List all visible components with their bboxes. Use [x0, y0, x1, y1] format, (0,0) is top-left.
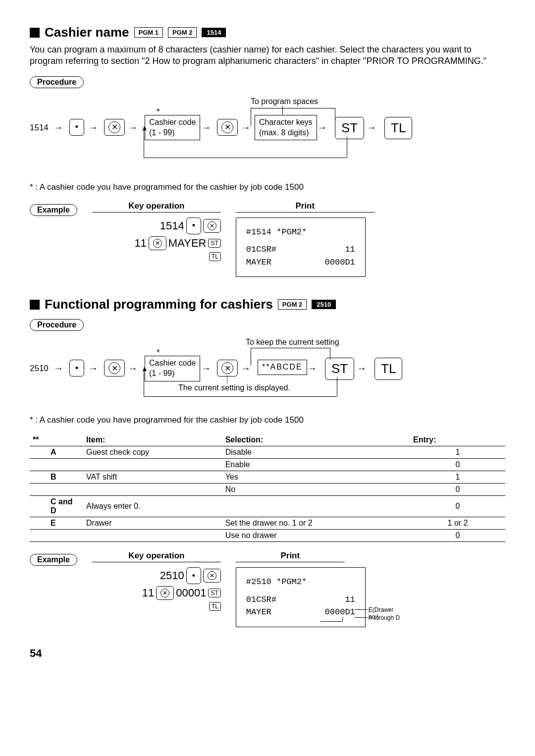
cashier-code2-l2: (1 - 99)	[149, 369, 196, 379]
current-setting-note: The current setting is displayed.	[178, 383, 290, 392]
keyop2-line3: TL	[92, 602, 221, 611]
example-label-2: Example	[30, 554, 77, 566]
arrow-icon: →	[201, 363, 211, 374]
keyop1-line2: 11 ✕ MAYER ST	[92, 236, 221, 250]
st-key-small: ST	[208, 239, 220, 248]
arrow-icon: →	[128, 122, 138, 133]
keyop1-name: MAYER	[168, 237, 207, 250]
print2-l2a: 01CSR#	[246, 594, 276, 606]
keyop2-line2: 11 ✕ 00001 ST	[92, 586, 221, 600]
th-item: Item:	[83, 434, 222, 446]
section2-footnote: * : A cashier code you have programmed f…	[30, 415, 505, 425]
arrow-icon: →	[88, 363, 98, 374]
multiply-key-icon: ✕	[203, 219, 221, 233]
multiply-key-icon: ✕	[104, 119, 125, 136]
dot-key-icon: •	[186, 567, 201, 584]
badge-pgm2-b: PGM 2	[278, 299, 307, 310]
keyop2-num2: 11	[142, 587, 154, 599]
dot-key-icon: •	[69, 119, 84, 136]
tl-key-small: TL	[209, 252, 221, 261]
multiply-key-icon: ✕	[156, 586, 174, 600]
print2-l3a: MAYER	[246, 606, 271, 619]
section1-footnote: * : A cashier code you have programmed f…	[30, 182, 505, 192]
keyop1-num2: 11	[134, 237, 146, 250]
filled-square-icon	[30, 28, 40, 38]
th-entry: Entry:	[410, 434, 505, 446]
arrow-icon: →	[241, 122, 251, 133]
arrow-icon: →	[128, 363, 138, 374]
annotation-ad: A through D	[369, 614, 400, 621]
print1-l1: #1514 *PGM2*	[246, 226, 355, 239]
table-row: EDrawerSet the drawer no. 1 or 21 or 2	[30, 517, 505, 530]
badge-1514: 1514	[202, 28, 226, 37]
print2-l2b: 11	[345, 594, 355, 606]
arrow-icon: →	[54, 363, 63, 374]
keyop-head-1: Key operation	[92, 201, 221, 213]
print1-l3a: MAYER	[246, 256, 271, 269]
table-row: No0	[30, 484, 505, 496]
section1-title: Cashier name PGM 1 PGM 2 1514	[30, 25, 505, 40]
table-row: Use no drawer0	[30, 530, 505, 542]
tl-key: TL	[384, 117, 412, 139]
section2-title-text: Functional programming for cashiers	[45, 297, 273, 312]
print1-l2b: 11	[345, 243, 355, 256]
print-head-2: Print	[236, 551, 345, 562]
st-key: ST	[335, 117, 364, 139]
print-head-1: Print	[236, 201, 374, 213]
multiply-key-icon: ✕	[104, 360, 125, 377]
arrow-icon: →	[357, 363, 367, 374]
multiply-key-icon: ✕	[217, 360, 238, 377]
diag1-code: 1514	[30, 123, 49, 133]
print2-l1: #2510 *PGM2*	[246, 576, 355, 589]
keyop-head-2: Key operation	[92, 551, 221, 562]
arrow-icon: →	[317, 122, 327, 133]
print1-l3b: 0000D1	[325, 256, 355, 269]
dot-key-icon: •	[186, 217, 201, 234]
keep-setting-note: To keep the current setting	[246, 338, 339, 347]
badge-pgm2: PGM 2	[168, 27, 197, 38]
arrow-icon: →	[307, 363, 317, 374]
arrow-icon: →	[241, 363, 251, 374]
keyop2-line1: 2510 • ✕	[92, 567, 221, 584]
th-star: **	[30, 434, 48, 446]
program-spaces-note: To program spaces	[251, 97, 318, 106]
keyop1-line1: 1514 • ✕	[92, 217, 221, 234]
keyop2-num1: 2510	[160, 569, 184, 582]
cashier-code-l1: Cashier code	[149, 117, 196, 128]
cashier-code2-l1: Cashier code	[149, 358, 196, 369]
cashier-code-box-2: Cashier code (1 - 99)	[145, 356, 200, 381]
example-label-1: Example	[30, 204, 77, 216]
tl-key: TL	[374, 358, 402, 380]
badge-2510: 2510	[312, 300, 336, 309]
char-keys-l2: (max. 8 digits)	[259, 128, 313, 138]
filled-square-icon	[30, 300, 40, 310]
char-keys-l1: Character keys	[259, 117, 313, 128]
print1-l2a: 01CSR#	[246, 243, 276, 256]
char-keys-box: Character keys (max. 8 digits)	[255, 115, 317, 141]
arrow-icon: →	[201, 122, 211, 133]
procedure-diagram-1: 1514 → • → ✕ → * Cashier code (1 - 99) →…	[30, 93, 505, 177]
table-row: AGuest check copyDisable1	[30, 446, 505, 459]
th-selection: Selection:	[222, 434, 410, 446]
keyop2-val: 00001	[176, 587, 206, 599]
section2-title: Functional programming for cashiers PGM …	[30, 297, 505, 312]
table-row: C and DAlways enter 0.0	[30, 496, 505, 517]
st-key: ST	[325, 358, 354, 380]
tl-key-small: TL	[209, 602, 221, 611]
page-number: 54	[30, 647, 505, 660]
table-row: BVAT shiftYes1	[30, 471, 505, 484]
keyop1-num1: 1514	[160, 219, 184, 232]
print2-l3b: 0000D1	[325, 606, 355, 619]
multiply-key-icon: ✕	[203, 569, 221, 583]
procedure-label-1: Procedure	[30, 76, 84, 88]
keyop1-line3: TL	[92, 252, 221, 261]
arrow-icon: →	[54, 122, 63, 133]
dot-key-icon: •	[69, 360, 84, 377]
cashier-code-box: Cashier code (1 - 99)	[145, 115, 200, 141]
st-key-small: ST	[208, 589, 220, 597]
arrow-icon: →	[367, 122, 376, 133]
section1-paragraph: You can program a maximum of 8 character…	[30, 44, 505, 67]
arrow-icon: →	[88, 122, 98, 133]
badge-pgm1: PGM 1	[134, 27, 163, 38]
procedure-label-2: Procedure	[30, 319, 84, 331]
